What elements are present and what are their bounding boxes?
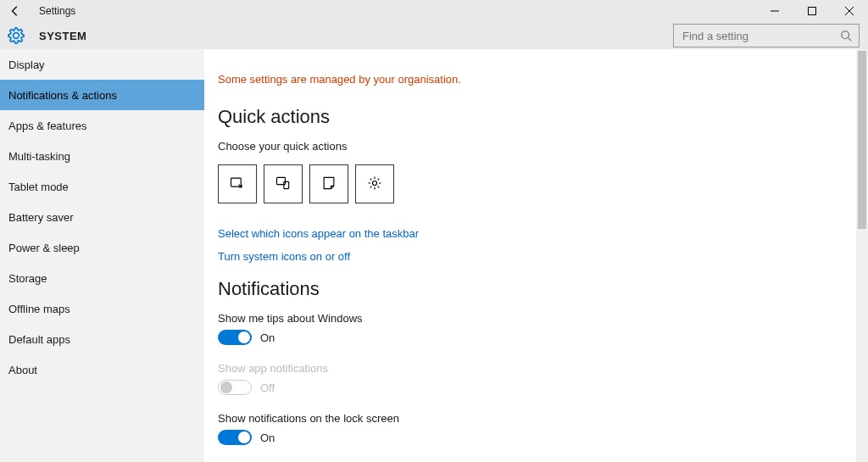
content-area: Some settings are managed by your organi…	[204, 49, 856, 462]
toggle-show-lock-screen-notifications[interactable]	[218, 430, 252, 445]
quick-action-tiles	[218, 164, 843, 203]
quick-actions-heading: Quick actions	[218, 106, 843, 128]
sidebar-item-default-apps[interactable]: Default apps	[0, 324, 204, 354]
link-select-taskbar-icons[interactable]: Select which icons appear on the taskbar	[218, 227, 843, 240]
scrollbar[interactable]	[856, 49, 868, 462]
toggle-show-tips[interactable]	[218, 330, 252, 345]
setting-show-tips: Show me tips about Windows On	[218, 312, 843, 345]
toggle-show-app-notifications	[218, 380, 252, 395]
setting-label: Show app notifications	[218, 362, 843, 375]
sidebar-item-display[interactable]: Display	[0, 49, 204, 80]
sidebar-item-battery-saver[interactable]: Battery saver	[0, 202, 204, 232]
quick-action-tile-connect[interactable]	[264, 164, 303, 203]
scrollbar-thumb[interactable]	[858, 51, 866, 229]
page-title: SYSTEM	[39, 30, 86, 42]
quick-action-tile-tablet-mode[interactable]	[218, 164, 257, 203]
search-input[interactable]	[681, 29, 840, 43]
sidebar-item-label: Default apps	[8, 333, 70, 346]
setting-label: Show notifications on the lock screen	[218, 412, 843, 425]
link-system-icons[interactable]: Turn system icons on or off	[218, 250, 843, 263]
search-box[interactable]	[673, 24, 860, 47]
all-settings-icon	[366, 175, 383, 194]
search-icon	[840, 30, 852, 42]
sidebar-item-apps-features[interactable]: Apps & features	[0, 110, 204, 141]
quick-action-tile-note[interactable]	[309, 164, 348, 203]
sidebar-item-label: About	[8, 364, 37, 376]
sidebar-item-label: Power & sleep	[8, 242, 80, 254]
quick-action-tile-all-settings[interactable]	[355, 164, 394, 203]
sidebar-item-label: Offline maps	[8, 303, 70, 315]
svg-rect-8	[284, 181, 289, 188]
sidebar-item-label: Apps & features	[8, 120, 87, 132]
minimize-button[interactable]	[756, 0, 793, 22]
sidebar-item-label: Display	[8, 58, 45, 71]
close-button[interactable]	[831, 0, 868, 22]
sidebar-item-storage[interactable]: Storage	[0, 263, 204, 293]
sidebar-item-offline-maps[interactable]: Offline maps	[0, 293, 204, 324]
sidebar-item-label: Battery saver	[8, 211, 74, 224]
maximize-button[interactable]	[793, 0, 831, 22]
sidebar-item-label: Notifications & actions	[8, 89, 117, 102]
sidebar-item-label: Tablet mode	[8, 181, 69, 193]
svg-point-4	[842, 31, 849, 39]
managed-by-org-notice: Some settings are managed by your organi…	[218, 73, 843, 86]
tablet-mode-icon	[229, 175, 246, 194]
sidebar: Display Notifications & actions Apps & f…	[0, 49, 204, 462]
sidebar-item-tablet-mode[interactable]: Tablet mode	[0, 171, 204, 202]
toggle-state: Off	[260, 381, 275, 394]
sidebar-item-label: Storage	[8, 272, 47, 285]
svg-line-5	[849, 38, 852, 42]
setting-label: Show me tips about Windows	[218, 312, 843, 325]
sidebar-item-about[interactable]: About	[0, 354, 204, 385]
setting-show-app-notifications: Show app notifications Off	[218, 362, 843, 395]
page-header: SYSTEM	[0, 22, 868, 49]
quick-actions-subtitle: Choose your quick actions	[218, 140, 843, 153]
sidebar-item-notifications-actions[interactable]: Notifications & actions	[0, 80, 204, 110]
svg-point-9	[373, 181, 377, 185]
back-button[interactable]	[7, 3, 24, 19]
gear-icon	[7, 26, 25, 45]
setting-show-lock-screen-notifications: Show notifications on the lock screen On	[218, 412, 843, 445]
note-icon	[320, 175, 337, 194]
sidebar-item-multitasking[interactable]: Multi-tasking	[0, 141, 204, 171]
connect-icon	[275, 175, 292, 194]
titlebar: Settings	[0, 0, 868, 22]
toggle-state: On	[260, 331, 275, 344]
toggle-state: On	[260, 431, 275, 444]
svg-rect-1	[809, 8, 816, 15]
window-title: Settings	[39, 5, 75, 17]
notifications-heading: Notifications	[218, 278, 843, 300]
sidebar-item-power-sleep[interactable]: Power & sleep	[0, 232, 204, 263]
sidebar-item-label: Multi-tasking	[8, 150, 70, 163]
